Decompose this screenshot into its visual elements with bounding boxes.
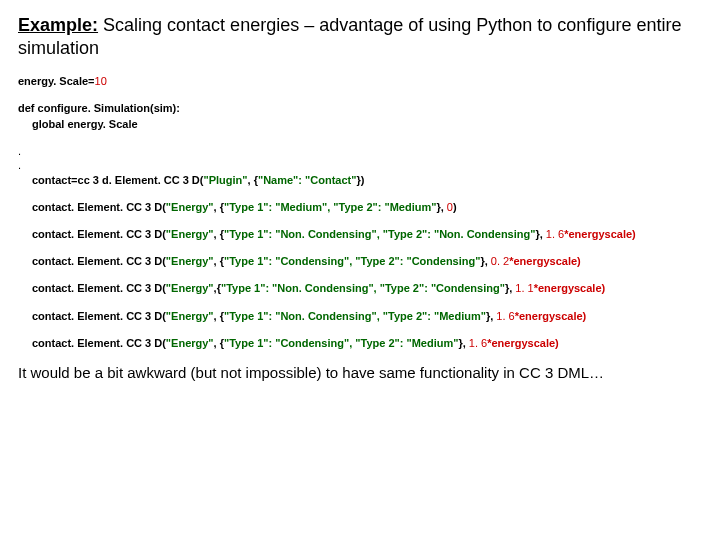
code-line: global energy. Scale: [32, 118, 702, 131]
example-label: Example:: [18, 15, 98, 35]
code-line: contact. Element. CC 3 D("Energy", {"Typ…: [32, 228, 702, 241]
code-line: contact. Element. CC 3 D("Energy", {"Typ…: [32, 201, 702, 214]
ellipsis: .: [18, 159, 702, 171]
code-line: contact. Element. CC 3 D("Energy", {"Typ…: [32, 310, 702, 323]
ellipsis: .: [18, 145, 702, 157]
footer-text: It would be a bit awkward (but not impos…: [18, 364, 702, 381]
code-line: contact. Element. CC 3 D("Energy",{"Type…: [32, 282, 702, 295]
code-line: contact. Element. CC 3 D("Energy", {"Typ…: [32, 255, 702, 268]
code-line: contact. Element. CC 3 D("Energy", {"Typ…: [32, 337, 702, 350]
code-line: contact=cc 3 d. Element. CC 3 D("Plugin"…: [32, 174, 702, 187]
slide-title: Example: Scaling contact energies – adva…: [18, 14, 702, 59]
code-line: def configure. Simulation(sim):: [18, 102, 702, 115]
code-line: energy. Scale=10: [18, 75, 702, 88]
title-rest: Scaling contact energies – advantage of …: [18, 15, 681, 58]
